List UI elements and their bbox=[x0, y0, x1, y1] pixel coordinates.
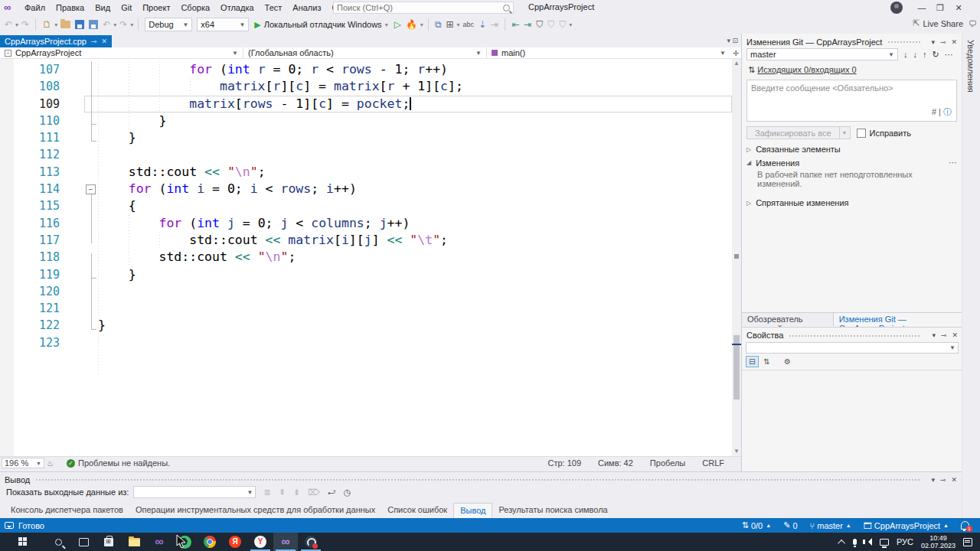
commit-all-button[interactable]: Зафиксировать все bbox=[746, 126, 840, 139]
redo-dropdown-icon[interactable]: ▾ bbox=[130, 21, 133, 28]
bottom-panel-tab[interactable]: Результаты поиска символа bbox=[492, 503, 613, 518]
code-line[interactable]: 111 } bbox=[0, 129, 732, 146]
notifications-bell[interactable]: 1 bbox=[961, 521, 972, 530]
info-icon[interactable]: ⓘ bbox=[943, 107, 952, 116]
repo-picker[interactable]: 🗔 CppArraysProject ▲ bbox=[864, 521, 949, 530]
feedback-icon[interactable]: 🗩 bbox=[969, 19, 977, 28]
project-dropdown[interactable]: + CppArraysProject ▼ bbox=[0, 47, 243, 58]
code-line[interactable]: 109 matrix[rows - 1][c] = pocket; bbox=[0, 96, 732, 112]
more-actions-icon[interactable]: ⋯ bbox=[949, 158, 957, 168]
window-layout-icon[interactable]: ⊞ bbox=[446, 19, 453, 30]
bottom-panel-tab[interactable]: Консоль диспетчера пакетов bbox=[5, 503, 129, 518]
issue-icon[interactable]: # bbox=[932, 107, 936, 116]
undo-dropdown-icon[interactable]: ▾ bbox=[113, 21, 116, 28]
step-over-icon[interactable]: ⇥ bbox=[491, 19, 498, 30]
start-debugging-button[interactable]: ▶ Локальный отладчик Windows ▾ bbox=[254, 20, 388, 30]
health-indicator-icon[interactable]: ♨ bbox=[47, 459, 54, 468]
redo-icon[interactable]: ↷ bbox=[119, 19, 127, 30]
goto-prev-message-icon[interactable]: ⇞ bbox=[279, 487, 286, 497]
scroll-up-icon[interactable]: ▲ bbox=[732, 59, 741, 68]
spell-check-icon[interactable]: abc bbox=[463, 21, 475, 28]
yandex-button[interactable]: Я bbox=[223, 533, 247, 551]
section-changes[interactable]: ◢ Изменения ⋯ bbox=[742, 155, 962, 169]
step-into-icon[interactable]: ⇣ bbox=[479, 19, 486, 30]
history-icon[interactable]: ◷ bbox=[344, 487, 351, 497]
network-tray-icon[interactable] bbox=[880, 539, 889, 546]
search-input[interactable]: Поиск (Ctrl+Q) bbox=[333, 2, 514, 14]
spaces-indicator[interactable]: Пробелы bbox=[650, 458, 685, 468]
collapse-region-toggle[interactable]: − bbox=[86, 184, 96, 194]
obs-button[interactable] bbox=[299, 533, 323, 551]
zoom-dropdown[interactable]: 196 % ▼ bbox=[2, 458, 44, 468]
language-indicator[interactable]: РУС bbox=[897, 537, 913, 546]
task-view-button[interactable] bbox=[71, 533, 96, 551]
code-line[interactable]: 123 bbox=[0, 334, 732, 351]
more-actions-icon[interactable]: ⋯ bbox=[945, 50, 953, 60]
close-icon[interactable]: ✕ bbox=[951, 38, 957, 46]
file-explorer-button[interactable] bbox=[122, 533, 146, 551]
minimize-button[interactable]: — bbox=[913, 0, 931, 15]
notifications-tab[interactable]: Уведомления bbox=[966, 40, 975, 93]
solution-config-dropdown[interactable]: Debug ▼ bbox=[145, 18, 192, 31]
code-line[interactable]: 121 bbox=[0, 300, 732, 317]
outgoing-incoming-link[interactable]: Исходящих 0/входящих 0 bbox=[757, 65, 856, 74]
hot-reload-dropdown-icon[interactable]: ▾ bbox=[420, 21, 423, 28]
section-related-items[interactable]: ▷ Связанные элементы bbox=[742, 142, 962, 155]
properties-object-dropdown[interactable]: ▼ bbox=[746, 342, 959, 354]
scroll-down-icon[interactable]: ▼ bbox=[732, 447, 741, 456]
refresh-icon[interactable]: ↻ bbox=[933, 50, 939, 60]
code-editor[interactable]: 107 for (int r = 0; r < rows - 1; r++)10… bbox=[0, 59, 741, 456]
code-line[interactable]: 116 for (int j = 0; j < columns; j++) bbox=[0, 215, 732, 232]
eol-indicator[interactable]: CRLF bbox=[702, 458, 724, 468]
fetch-icon[interactable]: ↓ bbox=[903, 50, 908, 59]
menu-item-проект[interactable]: Проект bbox=[137, 2, 175, 14]
clear-all-icon[interactable]: ⌦ bbox=[308, 487, 320, 497]
column-indicator[interactable]: Симв: 42 bbox=[598, 458, 633, 468]
menu-item-тест[interactable]: Тест bbox=[260, 2, 288, 14]
feedback-bubble-icon[interactable] bbox=[5, 522, 14, 529]
menu-item-вид[interactable]: Вид bbox=[90, 2, 116, 14]
commit-dropdown-icon[interactable]: ▼ bbox=[840, 126, 851, 139]
code-line[interactable]: 112 bbox=[0, 146, 732, 163]
tab-cpparraysproject-cpp[interactable]: CppArraysProject.cpp ⊸ ✕ bbox=[0, 35, 112, 47]
code-line[interactable]: 115 { bbox=[0, 197, 732, 214]
alphabetical-sort-icon[interactable]: ⇅ bbox=[760, 356, 773, 367]
menu-item-git[interactable]: Git bbox=[116, 2, 137, 14]
tool-window-tab[interactable]: Обозреватель решений bbox=[742, 313, 833, 326]
indent-decrease-icon[interactable]: ⇤ bbox=[511, 19, 519, 30]
prev-bookmark-icon[interactable]: ⛉ bbox=[547, 19, 554, 30]
clock[interactable]: 10:4902.07.2023 bbox=[921, 534, 956, 549]
start-button[interactable] bbox=[11, 533, 35, 551]
problems-label[interactable]: Проблемы не найдены. bbox=[78, 458, 170, 468]
branch-dropdown[interactable]: master ▼ bbox=[746, 48, 898, 60]
scope-dropdown[interactable]: (Глобальная область) ▼ bbox=[243, 47, 487, 58]
line-indicator[interactable]: Стр: 109 bbox=[547, 458, 581, 468]
layout-dropdown-icon[interactable]: ▾ bbox=[457, 21, 460, 28]
pull-icon[interactable]: ↓ bbox=[913, 50, 918, 59]
pin-icon[interactable]: ⊸ bbox=[940, 38, 946, 46]
menu-item-анализ[interactable]: Анализ bbox=[287, 2, 326, 14]
code-line[interactable]: 110 } bbox=[0, 112, 732, 129]
close-button[interactable]: ✕ bbox=[949, 0, 968, 15]
chrome-button[interactable] bbox=[198, 533, 222, 551]
yandex-browser-button[interactable]: Y bbox=[248, 533, 273, 551]
visual-studio-button[interactable]: ∞ bbox=[147, 533, 172, 551]
indent-increase-icon[interactable]: ⇥ bbox=[524, 19, 531, 30]
chevron-down-icon[interactable]: ▾ bbox=[931, 38, 935, 46]
code-line[interactable]: 118 std::cout << "\n"; bbox=[0, 249, 732, 266]
microphone-tray-icon[interactable] bbox=[853, 539, 857, 545]
pin-icon[interactable]: ⊸ bbox=[91, 37, 97, 45]
pending-edits[interactable]: ✎ 0 bbox=[783, 520, 797, 530]
section-stashes[interactable]: ▷ Спрятанные изменения bbox=[742, 196, 962, 209]
avatar[interactable] bbox=[890, 2, 903, 14]
close-icon[interactable]: ✕ bbox=[951, 476, 957, 484]
next-bookmark-icon[interactable]: ⛉ bbox=[559, 19, 566, 30]
code-line[interactable]: 117 std::cout << matrix[i][j] << "\t"; bbox=[0, 232, 732, 249]
back-dropdown-icon[interactable]: ▾ bbox=[15, 21, 18, 28]
bottom-panel-tab[interactable]: Операции инструментальных средств для об… bbox=[129, 503, 381, 518]
open-file-icon[interactable] bbox=[60, 21, 70, 28]
close-icon[interactable]: ✕ bbox=[952, 331, 958, 339]
platform-dropdown[interactable]: x64 ▼ bbox=[197, 18, 249, 31]
code-line[interactable]: 122} bbox=[0, 317, 732, 334]
undo-icon[interactable]: ↶ bbox=[103, 19, 110, 30]
